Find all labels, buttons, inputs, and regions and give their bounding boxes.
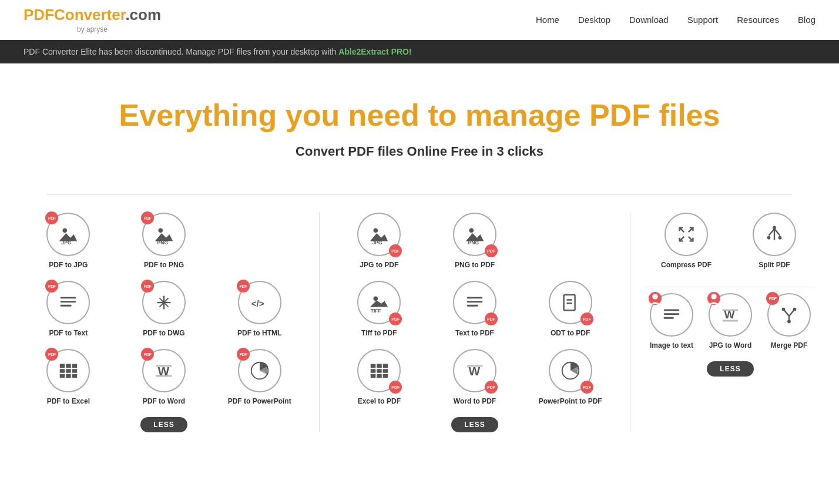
merge-pdf-icon-circle: PDF (767, 293, 811, 337)
powerpoint-icon (559, 359, 582, 382)
svg-rect-42 (371, 364, 376, 368)
pdf-badge: PDF (141, 280, 154, 293)
converter-image-to-text[interactable]: Image to text (645, 293, 698, 350)
svg-point-0 (63, 229, 68, 233)
converter-merge-pdf[interactable]: PDF Merge PDF (763, 293, 815, 350)
pdf-badge: PDF (141, 211, 154, 224)
converter-pdf-to-powerpoint[interactable]: PDF PDF to PowerPoint (233, 349, 286, 405)
png-icon: PNG (464, 223, 486, 246)
converter-odt-to-pdf[interactable]: PDF ODT to PDF (544, 281, 597, 337)
merge-icon (778, 304, 800, 326)
pdf-badge: PDF (237, 348, 250, 361)
right-inner-divider (645, 287, 815, 287)
converters-section: PDF JPG PDF to JPG PDF PNG (0, 213, 839, 432)
converter-pdf-to-excel[interactable]: PDF PDF to Excel (42, 349, 95, 405)
svg-point-64 (652, 294, 657, 299)
converter-pdf-to-word[interactable]: PDF W PDF to Word (137, 349, 190, 405)
converter-label: PowerPoint to PDF (539, 397, 602, 405)
left-less-button[interactable]: LESS (140, 417, 187, 432)
converter-label: Image to text (650, 341, 693, 350)
compress-pdf-icon-circle (665, 213, 708, 256)
word-icon: W (153, 359, 175, 382)
png-to-pdf-icon-circle: PDF PNG (453, 213, 496, 256)
word-to-pdf-icon-circle: PDF W (453, 349, 496, 392)
converter-excel-to-pdf[interactable]: PDF Excel to PDF (353, 349, 405, 405)
svg-rect-15 (66, 364, 72, 368)
pdf-badge: PDF (766, 292, 779, 305)
person-badge-icon (707, 287, 720, 310)
converter-tiff-to-pdf[interactable]: PDF TIFF Tiff to PDF (353, 281, 405, 337)
image-text-icon (660, 304, 683, 326)
svg-rect-19 (72, 369, 78, 373)
converter-label: Word to PDF (454, 397, 496, 405)
pdf-badge-br: PDF (580, 313, 593, 325)
left-converter-grid: PDF JPG PDF to JPG PDF PNG (24, 213, 304, 405)
converter-pdf-to-jpg[interactable]: PDF JPG PDF to JPG (42, 213, 95, 269)
svg-rect-70 (723, 310, 739, 311)
left-middle-divider (319, 213, 320, 432)
nav-desktop[interactable]: Desktop (578, 15, 610, 25)
nav-blog[interactable]: Blog (798, 15, 815, 25)
pdf-badge-br: PDF (389, 244, 402, 257)
converter-compress-pdf[interactable]: Compress PDF (660, 213, 713, 269)
announcement-bar: PDF Converter Elite has been discontinue… (0, 40, 839, 63)
converter-word-to-pdf[interactable]: PDF W Word to PDF (448, 349, 501, 405)
converter-jpg-to-word[interactable]: W JPG to Word (704, 293, 757, 350)
svg-point-75 (782, 308, 786, 311)
svg-line-60 (774, 229, 780, 236)
converter-pdf-to-dwg[interactable]: PDF PDF to DWG (137, 281, 190, 337)
left-converter-column: PDF JPG PDF to JPG PDF PNG (24, 213, 304, 432)
jpg-icon: JPG (368, 223, 390, 246)
jpg-to-pdf-icon-circle: PDF JPG (357, 213, 401, 256)
svg-text:JPG: JPG (62, 240, 72, 246)
nav-home[interactable]: Home (536, 15, 559, 25)
logo[interactable]: PDFConverter.com by apryse (24, 6, 161, 33)
svg-rect-38 (467, 305, 478, 307)
converter-png-to-pdf[interactable]: PDF PNG PNG to PDF (448, 213, 501, 269)
converter-text-to-pdf[interactable]: PDF Text to PDF (448, 281, 501, 337)
pdf-to-excel-icon-circle: PDF (46, 349, 90, 392)
section-divider (47, 194, 792, 195)
converter-pdf-to-text[interactable]: PDF PDF to Text (42, 281, 95, 337)
converter-jpg-to-pdf[interactable]: PDF JPG JPG to PDF (353, 213, 405, 269)
converter-label: Text to PDF (455, 329, 494, 337)
nav-download[interactable]: Download (629, 15, 669, 25)
pdf-badge-br: PDF (485, 313, 498, 325)
converter-split-pdf[interactable]: Split PDF (748, 213, 801, 269)
converter-pdf-to-html[interactable]: PDF </> PDF to HTML (233, 281, 286, 337)
svg-rect-6 (61, 297, 76, 299)
svg-point-33 (374, 297, 378, 301)
logo-dotcom: .com (125, 6, 161, 23)
hero-section: Everything you need to manage PDF files … (0, 63, 839, 177)
pdf-badge: PDF (141, 348, 154, 361)
converter-powerpoint-to-pdf[interactable]: PDF PowerPoint to PDF (544, 349, 597, 405)
pdf-badge-br: PDF (389, 313, 402, 325)
svg-point-68 (711, 294, 716, 299)
svg-rect-67 (664, 317, 674, 319)
compress-icon (675, 223, 697, 246)
svg-rect-25 (156, 375, 172, 377)
split-pdf-icon-circle (753, 213, 796, 256)
pdf-to-word-icon-circle: PDF W (142, 349, 186, 392)
svg-point-63 (773, 226, 776, 230)
svg-point-27 (374, 229, 378, 233)
converter-label: PNG to PDF (455, 261, 495, 269)
pdf-badge: PDF (237, 280, 250, 293)
svg-rect-14 (60, 364, 65, 368)
announcement-link[interactable]: Able2Extract PRO! (338, 47, 411, 56)
odt-icon (559, 291, 582, 314)
svg-text:JPG: JPG (372, 240, 382, 246)
nav-resources[interactable]: Resources (737, 15, 779, 25)
converter-label: PDF to Word (143, 397, 185, 405)
html-icon: </> (249, 291, 271, 314)
svg-point-77 (787, 320, 791, 324)
split-icon (763, 223, 786, 246)
right-less-button[interactable]: LESS (707, 361, 753, 377)
word-icon: W (464, 359, 486, 382)
nav-support[interactable]: Support (687, 15, 719, 25)
middle-less-button[interactable]: LESS (451, 417, 498, 432)
converter-pdf-to-png[interactable]: PDF PNG PDF to PNG (137, 213, 190, 269)
odt-to-pdf-icon-circle: PDF (549, 281, 592, 324)
converter-label: PDF to DWG (143, 329, 184, 337)
right-converter-column: Compress PDF Split PDF (645, 213, 815, 432)
